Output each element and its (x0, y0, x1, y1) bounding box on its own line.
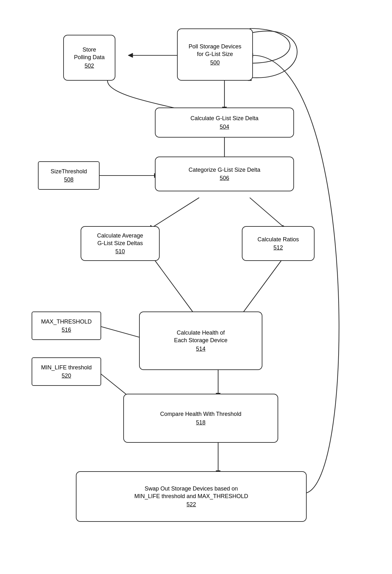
categorize-box: Categorize G-List Size Delta 506 (155, 157, 294, 191)
calc-delta-label: Calculate G-List Size Delta (190, 114, 258, 122)
compare-health-box: Compare Health With Threshold 518 (123, 394, 278, 443)
calc-avg-box: Calculate AverageG-List Size Deltas 510 (81, 226, 160, 261)
diagram: Poll Storage Devicesfor G-List Size 500 … (0, 0, 392, 574)
calc-health-box: Calculate Health ofEach Storage Device 5… (139, 312, 262, 370)
svg-marker-3 (128, 53, 133, 58)
calc-ratios-label: Calculate Ratios (257, 236, 299, 243)
calc-avg-label: Calculate AverageG-List Size Deltas (97, 232, 143, 247)
calc-delta-ref: 504 (220, 123, 229, 131)
calc-ratios-box: Calculate Ratios 512 (242, 226, 315, 261)
store-box: StorePolling Data 502 (63, 35, 115, 81)
min-life-label: MIN_LIFE threshold (41, 364, 92, 371)
size-threshold-ref: 508 (64, 176, 73, 183)
compare-health-ref: 518 (196, 419, 205, 426)
max-threshold-ref: 516 (62, 326, 71, 334)
store-label: StorePolling Data (74, 46, 105, 61)
svg-line-11 (152, 198, 199, 228)
poll-box: Poll Storage Devicesfor G-List Size 500 (177, 28, 253, 81)
min-life-ref: 520 (62, 372, 71, 380)
calc-ratios-ref: 512 (273, 244, 283, 251)
calc-delta-box: Calculate G-List Size Delta 504 (155, 108, 294, 138)
max-threshold-box: MAX_THRESHOLD 516 (32, 312, 101, 340)
svg-line-15 (152, 256, 196, 316)
calc-health-ref: 514 (196, 345, 205, 353)
max-threshold-label: MAX_THRESHOLD (41, 318, 92, 325)
swap-out-label: Swap Out Storage Devices based onMIN_LIF… (134, 485, 248, 500)
min-life-box: MIN_LIFE threshold 520 (32, 357, 101, 386)
calc-health-label: Calculate Health ofEach Storage Device (174, 329, 227, 344)
categorize-label: Categorize G-List Size Delta (188, 166, 260, 174)
calc-avg-ref: 510 (115, 248, 125, 255)
size-threshold-label: SizeThreshold (51, 168, 87, 175)
swap-out-box: Swap Out Storage Devices based onMIN_LIF… (76, 471, 307, 522)
svg-line-13 (250, 198, 285, 228)
store-ref: 502 (84, 62, 94, 70)
compare-health-label: Compare Health With Threshold (160, 410, 242, 418)
categorize-ref: 506 (220, 174, 229, 182)
swap-out-ref: 522 (187, 501, 196, 508)
svg-line-17 (240, 256, 285, 316)
poll-label: Poll Storage Devicesfor G-List Size (188, 43, 241, 58)
poll-ref: 500 (210, 59, 220, 66)
size-threshold-box: SizeThreshold 508 (38, 161, 100, 190)
